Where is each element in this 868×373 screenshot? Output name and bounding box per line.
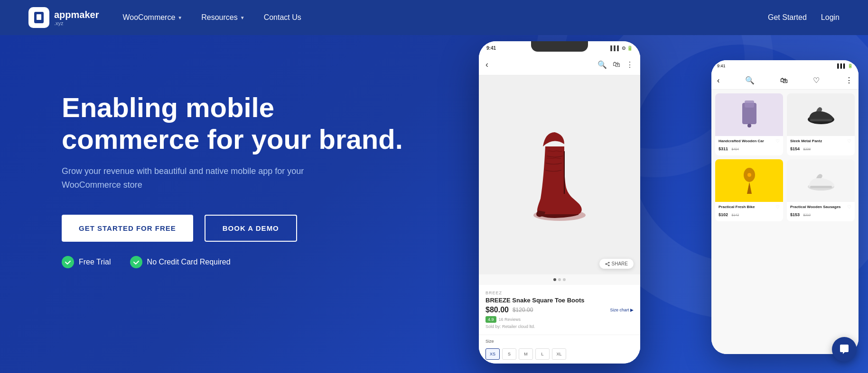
more-icon: ⋮ [626,60,634,69]
size-xs[interactable]: XS [485,348,500,360]
card-heart-1[interactable]: ♡ [775,138,780,144]
card-price-1: $311 [719,146,728,151]
sold-by: Sold by: Retailer cloud ltd. [485,324,634,329]
product-image [512,123,607,227]
svg-point-12 [747,124,751,127]
back-icon: ‹ [485,60,488,70]
phone-time: 9:41 [486,45,496,51]
no-credit-card-label: No Credit Card Required [147,258,231,266]
logo-icon [28,7,49,28]
product-brand: BREEZ [485,291,634,295]
card-name-2: Sleek Metal Pantz [790,139,851,143]
check-icon [62,256,74,268]
product-card-4[interactable]: ♡ Practical Wooden Sausages $153 $210 [787,159,855,221]
price-main: $80.00 [485,306,509,314]
dot-2 [558,278,561,281]
chevron-down-icon: ▼ [240,15,245,20]
free-trial-label: Free Trial [79,258,111,266]
card-heart-3[interactable]: ♡ [775,204,780,209]
product-card-3[interactable]: ♡ Practical Fresh Bike $102 $142 [715,159,783,221]
share-button[interactable]: SHARE [599,259,634,269]
get-started-button[interactable]: GET STARTED FOR FREE [62,215,193,242]
phone-signals: ▌▌▌ ⊙ 🔋 [610,45,633,51]
search-icon: 🔍 [597,60,607,69]
pb-back-icon: ‹ [717,76,719,85]
card-info-1: ♡ Handcrafted Wooden Car $311 $404 [715,136,783,155]
phone-back-screen: 9:41 ▌▌▌ 🔋 ‹ 🔍 🛍 ♡ ⋮ [711,60,859,354]
nav-login[interactable]: Login [821,13,840,22]
pb-more-icon: ⋮ [845,76,853,85]
size-m[interactable]: M [519,348,533,360]
card-old-price-2: $238 [803,147,811,151]
card-image-3 [715,159,783,202]
dot-1 [553,278,556,281]
card-image-2 [787,93,855,136]
card-image-1 [715,93,783,136]
cart-icon: 🛍 [613,60,620,69]
review-count: 16 Reviews [499,317,521,322]
header: appmaker .xyz WooCommerce ▼ Resources ▼ … [0,0,868,35]
hero-subtitle: Grow your revenue with beautiful and nat… [62,164,327,192]
size-s[interactable]: S [502,348,516,360]
size-l[interactable]: L [535,348,550,360]
card-name-1: Handcrafted Wooden Car [719,139,780,143]
hero-buttons: GET STARTED FOR FREE BOOK A DEMO [62,215,403,242]
nav-get-started[interactable]: Get Started [768,13,807,22]
pb-heart-icon: ♡ [813,76,820,85]
pb-signals: ▌▌▌ 🔋 [837,64,853,68]
hero-content: Enabling mobile commerce for your brand.… [62,92,403,268]
phone-nav-bar: ‹ 🔍 🛍 ⋮ [479,55,640,75]
size-xl[interactable]: XL [552,348,566,360]
phones-container: 9:41 ▌▌▌ ⊙ 🔋 ‹ 🔍 🛍 ⋮ [441,35,868,373]
logo[interactable]: appmaker .xyz [28,7,99,28]
size-chart-btn[interactable]: Size chart ▶ [610,308,634,312]
product-card-1[interactable]: ♡ Handcrafted Wooden Car $311 $404 [715,93,783,155]
svg-rect-1 [37,14,41,20]
card-old-price-4: $210 [803,213,811,217]
card-price-4: $153 [790,212,800,217]
book-demo-button[interactable]: BOOK A DEMO [205,215,297,242]
phone-notch [531,41,588,52]
size-label: Size [485,339,494,344]
svg-rect-14 [810,119,832,121]
product-image-area: SHARE [479,75,640,274]
card-old-price-1: $404 [731,147,739,151]
phone-screen: 9:41 ▌▌▌ ⊙ 🔋 ‹ 🔍 🛍 ⋮ [479,41,640,364]
card-info-4: ♡ Practical Wooden Sausages $153 $210 [787,202,855,221]
price-original: $120.00 [513,307,533,313]
card-old-price-3: $142 [731,213,739,217]
size-buttons: XS S M L XL [485,348,634,360]
chat-widget[interactable] [832,337,857,362]
card-image-4 [787,159,855,202]
card-heart-4[interactable]: ♡ [847,204,851,209]
no-credit-card-badge: No Credit Card Required [130,256,231,268]
size-section: Size XS S M L XL [479,335,640,364]
svg-rect-11 [745,100,754,108]
card-name-4: Practical Wooden Sausages [790,205,851,209]
card-price-2: $154 [790,146,800,151]
free-trial-badge: Free Trial [62,256,111,268]
nav-contact[interactable]: Contact Us [264,13,301,22]
price-row: $80.00 $120.00 Size chart ▶ [485,306,634,314]
check-icon-2 [130,256,142,268]
pb-cart-icon: 🛍 [780,76,788,85]
main-nav: WooCommerce ▼ Resources ▼ Contact Us [123,13,301,22]
pb-status-bar: 9:41 ▌▌▌ 🔋 [711,60,859,72]
logo-text-block: appmaker .xyz [54,9,99,26]
card-heart-2[interactable]: ♡ [847,138,851,144]
nav-resources[interactable]: Resources ▼ [201,13,244,22]
product-card-2[interactable]: ♡ Sleek Metal Pantz $154 $238 [787,93,855,155]
dot-3 [563,278,566,281]
dots-indicator [479,274,640,285]
phone-main: 9:41 ▌▌▌ ⊙ 🔋 ‹ 🔍 🛍 ⋮ [479,41,640,364]
product-info: BREEZ BREEZE Snake Square Toe Boots $80.… [479,285,640,335]
rating-row: 4.9 16 Reviews [485,316,634,323]
rating-badge: 4.9 [485,316,496,323]
hero-badges: Free Trial No Credit Card Required [62,256,403,268]
card-name-3: Practical Fresh Bike [719,205,780,209]
header-left: appmaker .xyz WooCommerce ▼ Resources ▼ … [28,7,301,28]
nav-woocommerce[interactable]: WooCommerce ▼ [123,13,183,22]
svg-point-16 [747,173,751,177]
hero-title: Enabling mobile commerce for your brand. [62,92,403,155]
logo-name: appmaker [54,9,99,20]
